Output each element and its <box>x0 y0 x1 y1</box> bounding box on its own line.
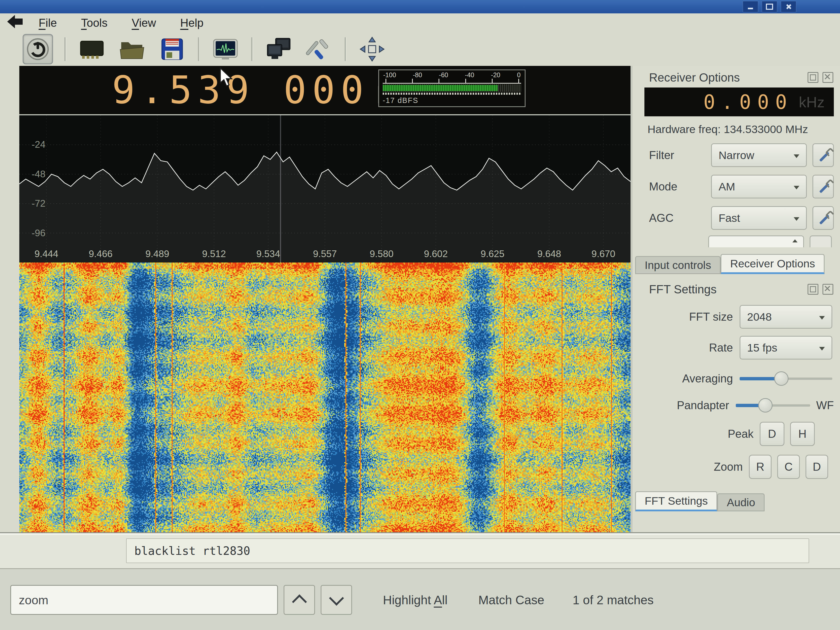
save-floppy-icon <box>160 37 185 61</box>
chevron-down-icon <box>329 591 344 606</box>
pandapter-slider[interactable] <box>736 398 810 413</box>
menu-view[interactable]: View <box>132 16 156 29</box>
spectrum-x-tick-label: 9.444 <box>35 249 58 259</box>
maximize-button[interactable] <box>762 1 777 13</box>
filter-label: Filter <box>633 149 711 162</box>
meter-tick-label: -60 <box>439 71 448 79</box>
configure-button[interactable] <box>305 35 333 63</box>
panel-close-icon[interactable] <box>823 284 833 295</box>
squelch-auto-button[interactable] <box>810 235 832 247</box>
editor-current-line[interactable]: blacklist rtl2830 <box>126 538 809 563</box>
meter-tick <box>518 79 519 83</box>
chevron-down-icon <box>794 186 799 189</box>
menu-tools[interactable]: Tools <box>81 16 107 29</box>
panel-float-icon[interactable] <box>808 284 818 295</box>
mode-config-button[interactable] <box>812 175 834 199</box>
filter-combo[interactable]: Narrow <box>711 143 807 167</box>
menubar: File Tools View Help <box>0 13 840 32</box>
find-next-button[interactable] <box>321 585 352 615</box>
meter-tick-label: -100 <box>383 71 396 79</box>
meter-tick-label: -20 <box>491 71 500 79</box>
close-icon <box>786 4 791 9</box>
io-devices-button[interactable] <box>77 35 106 63</box>
slider-handle[interactable] <box>758 398 772 412</box>
hardware-freq-label: Hardware freq: 134.533000 MHz <box>633 116 840 136</box>
dsp-options-button[interactable] <box>211 35 240 63</box>
slider-handle[interactable] <box>774 371 788 386</box>
spin-up-icon <box>793 239 797 242</box>
meter-tick <box>385 79 386 83</box>
save-settings-button[interactable] <box>158 35 186 63</box>
load-settings-button[interactable] <box>118 35 147 63</box>
right-dock-tabbar: FFT Settings Audio <box>633 491 840 512</box>
meter-underrule <box>383 93 521 95</box>
meter-tick <box>492 79 493 83</box>
waterfall-display[interactable] <box>19 262 630 533</box>
panel-float-icon[interactable] <box>808 72 818 83</box>
close-button[interactable] <box>781 1 796 13</box>
filter-offset-display[interactable]: 0.000 kHz <box>644 87 834 116</box>
tab-input-controls[interactable]: Input controls <box>635 256 721 274</box>
meter-value: -17 dBFS <box>383 96 521 105</box>
toolbar-separator <box>251 37 253 61</box>
chevron-down-icon <box>794 217 799 221</box>
find-input[interactable]: zoom <box>10 585 278 615</box>
frequency-bar: 9.539 000 MHz -100-80-60-40-200 -17 dBFS <box>19 66 630 115</box>
minimize-button[interactable] <box>743 1 758 13</box>
peak-hold-button[interactable]: H <box>790 422 815 446</box>
meter-tick-label: -40 <box>465 71 474 79</box>
tab-receiver-options[interactable]: Receiver Options <box>721 254 824 274</box>
spectrum-x-tick-label: 9.580 <box>369 249 393 259</box>
fft-panel-title: FFT Settings <box>649 282 717 296</box>
start-dsp-button[interactable] <box>23 34 53 64</box>
receiver-options-panel: Receiver Options 0.000 kHz Hardware freq… <box>633 66 840 274</box>
spectrum-y-tick-label: -72 <box>32 198 45 209</box>
pan-mode-button[interactable] <box>358 35 387 63</box>
agc-config-button[interactable] <box>812 206 834 230</box>
tab-fft-settings[interactable]: FFT Settings <box>635 491 717 512</box>
text-editor-area[interactable]: blacklist rtl2830 <box>0 532 840 569</box>
zoom-reset-button[interactable]: R <box>749 455 772 479</box>
zoom-center-button[interactable]: C <box>777 455 800 479</box>
editor-text: blacklist rtl2830 <box>126 544 250 557</box>
spectrum-column: 9.539 000 MHz -100-80-60-40-200 -17 dBFS… <box>0 66 630 532</box>
mode-combo[interactable]: AM <box>711 175 807 199</box>
agc-label: AGC <box>633 212 711 224</box>
averaging-slider[interactable] <box>740 371 832 386</box>
remote-control-button[interactable] <box>264 35 293 63</box>
menu-file[interactable]: File <box>39 16 57 29</box>
peak-detect-button[interactable]: D <box>760 422 785 446</box>
tab-audio[interactable]: Audio <box>717 493 764 512</box>
chevron-down-icon <box>819 316 825 320</box>
spectrum-y-tick-label: -24 <box>32 139 45 150</box>
signal-meter: -100-80-60-40-200 -17 dBFS <box>378 69 526 107</box>
find-previous-button[interactable] <box>284 585 315 615</box>
panel-close-icon[interactable] <box>823 72 833 83</box>
toolbar <box>0 32 840 66</box>
minimize-icon <box>748 8 753 9</box>
filter-config-button[interactable] <box>812 143 834 167</box>
spectrum-x-tick-label: 9.466 <box>89 249 113 259</box>
wf-label: WF <box>816 399 834 412</box>
chevron-up-icon <box>292 594 307 609</box>
meter-ruler <box>383 79 521 84</box>
spectrum-plot[interactable]: -24-48-72-969.4449.4669.4899.5129.5349.5… <box>19 115 630 262</box>
pandapter-label: Pandapter <box>633 399 736 412</box>
fft-size-combo[interactable]: 2048 <box>740 305 832 328</box>
squelch-row-clipped <box>708 235 834 247</box>
rate-combo[interactable]: 15 fps <box>740 336 832 360</box>
frequency-digits[interactable]: 9.539 000 <box>112 68 369 112</box>
dock-panels: Receiver Options 0.000 kHz Hardware freq… <box>633 66 840 532</box>
panel-divider[interactable] <box>630 66 633 532</box>
meter-tick <box>465 79 466 83</box>
squelch-spinbox[interactable] <box>708 235 804 247</box>
spectrum-y-tick-label: -48 <box>32 169 45 180</box>
match-case-option[interactable]: Match Case <box>478 593 544 607</box>
agc-combo[interactable]: Fast <box>711 206 807 230</box>
highlight-all-option[interactable]: Highlight All <box>383 593 448 607</box>
gqrx-window: File Tools View Help <box>0 0 840 630</box>
fft-size-label: FFT size <box>633 310 740 323</box>
meter-tick <box>412 79 413 83</box>
zoom-demod-button[interactable]: D <box>805 455 828 479</box>
menu-help[interactable]: Help <box>180 16 204 29</box>
